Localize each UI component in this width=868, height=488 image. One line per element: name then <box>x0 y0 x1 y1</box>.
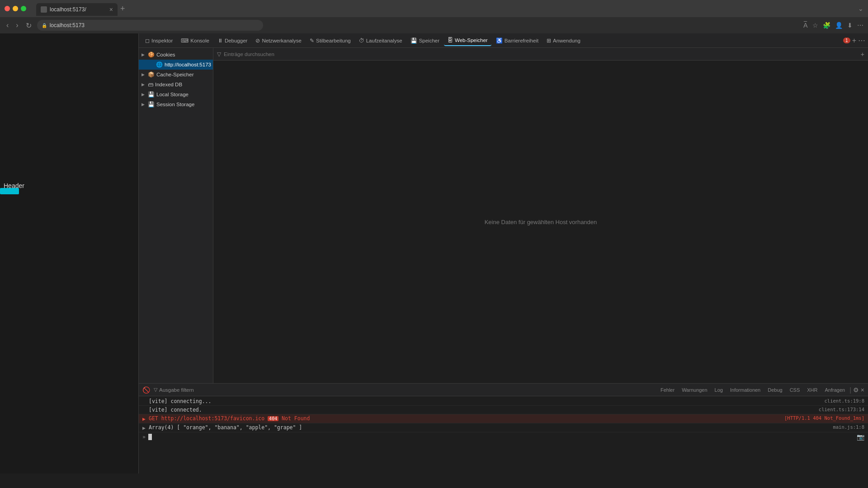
search-input[interactable] <box>224 52 858 57</box>
indexed-icon: 🗃 <box>148 81 153 88</box>
storage-search-bar: ▽ + <box>213 48 868 61</box>
search-icon: ▽ <box>217 51 221 57</box>
extensions-icon[interactable]: 🧩 <box>823 22 830 29</box>
forward-button[interactable]: › <box>14 20 20 30</box>
console-content: [vite] connecting... client.ts:19:8 [vit… <box>139 396 868 474</box>
console-screenshot-button[interactable]: 📷 <box>857 433 864 441</box>
minimize-button[interactable] <box>13 6 18 11</box>
console-level-fehler[interactable]: Fehler <box>658 386 677 394</box>
tab-debugger[interactable]: ⏸ Debugger <box>214 36 251 46</box>
browser-chrome: localhost:5173/ × + ⌄ ‹ › ↻ 🔒 localhost:… <box>0 0 868 33</box>
console-prompt: » <box>142 434 146 440</box>
browser-tab[interactable]: localhost:5173/ × <box>36 3 118 16</box>
console-level-xhr[interactable]: XHR <box>804 386 820 394</box>
storage-empty-message: Keine Daten für gewählten Host vorhanden <box>213 61 868 383</box>
line3-text: GET http://localhost:5173/favicon.ico 40… <box>149 415 781 422</box>
line2-text: [vite] connected. <box>149 407 815 413</box>
download-icon[interactable]: ⬇ <box>847 22 853 29</box>
console-level-informationen[interactable]: Informationen <box>727 386 763 394</box>
console-close-button[interactable]: × <box>861 386 864 394</box>
laufzeit-icon: ⏱ <box>359 38 364 44</box>
http-404-badge: 404 <box>268 416 278 421</box>
back-button[interactable]: ‹ <box>5 20 10 30</box>
stil-icon: ✎ <box>310 38 314 44</box>
tab-anwendung[interactable]: ⊞ Anwendung <box>543 36 584 46</box>
console-line-1: [vite] connecting... client.ts:19:8 <box>139 397 868 406</box>
sidebar-item-http-localhost[interactable]: 🌐 http://localhost:5173 <box>139 60 213 70</box>
local-label: Local Storage <box>156 92 189 97</box>
console-cursor <box>148 434 152 440</box>
browser-actions: A̅ ☆ 🧩 👤 ⬇ ⋯ <box>803 22 863 29</box>
sidebar-item-cache[interactable]: ▶ 📦 Cache-Speicher <box>139 70 213 80</box>
tab-inspektor[interactable]: ◻ Inspektor <box>142 36 176 46</box>
page-header-bar <box>0 188 19 194</box>
translate-icon[interactable]: A̅ <box>803 22 808 29</box>
tab-konsole[interactable]: ⌨ Konsole <box>177 36 213 46</box>
inspektor-label: Inspektor <box>151 38 173 43</box>
tab-web-speicher[interactable]: 🗄 Web-Speicher <box>444 35 491 46</box>
console-input-line[interactable]: » 📷 <box>139 432 868 441</box>
tab-close-button[interactable]: × <box>109 6 113 13</box>
cache-arrow: ▶ <box>142 72 146 77</box>
devtools-body: ▶ 🍪 Cookies 🌐 http://localhost:5173 ▶ 📦 <box>139 48 868 474</box>
filter-icon: ▽ <box>154 387 157 393</box>
session-icon: 💾 <box>148 101 155 108</box>
sidebar-item-session-storage[interactable]: ▶ 💾 Session Storage <box>139 99 213 109</box>
tab-stilbearbeitung[interactable]: ✎ Stilbearbeitung <box>306 36 354 46</box>
console-filter-button[interactable]: ▽ Ausgabe filtern <box>154 387 194 393</box>
anwendung-label: Anwendung <box>553 38 580 43</box>
console-level-warnungen[interactable]: Warnungen <box>679 386 710 394</box>
window-collapse-icon: ⌄ <box>858 5 863 12</box>
line3-arrow: ▶ <box>142 415 149 422</box>
tab-speicher[interactable]: 💾 Speicher <box>407 36 443 46</box>
console-clear-button[interactable]: 🚫 <box>142 386 150 394</box>
debugger-label: Debugger <box>225 38 248 43</box>
filter-label: Ausgabe filtern <box>159 387 194 393</box>
close-button[interactable] <box>5 6 10 11</box>
sidebar-item-cookies[interactable]: ▶ 🍪 Cookies <box>139 50 213 60</box>
line1-text: [vite] connecting... <box>149 398 821 404</box>
refresh-button[interactable]: ↻ <box>24 20 33 31</box>
cache-label: Cache-Speicher <box>156 72 193 77</box>
line2-source: client.ts:173:14 <box>819 407 864 412</box>
line4-arrow: ▶ <box>142 424 149 431</box>
traffic-lights <box>5 6 26 11</box>
barrierefreiheit-icon: ♿ <box>496 38 503 44</box>
new-tab-button[interactable]: + <box>118 4 128 14</box>
profile-icon[interactable]: 👤 <box>835 22 843 29</box>
line3-source: [HTTP/1.1 404 Not_Found_1ms] <box>784 415 864 421</box>
anwendung-icon: ⊞ <box>547 38 551 44</box>
console-level-anfragen[interactable]: Anfragen <box>822 386 848 394</box>
indexed-label: Indexed DB <box>155 82 182 87</box>
url-bar[interactable]: 🔒 localhost:5173 <box>37 20 263 31</box>
console-separator: | <box>849 386 851 394</box>
tab-barrierefreiheit[interactable]: ♿ Barrierefreiheit <box>492 36 542 46</box>
console-level-log[interactable]: Log <box>712 386 726 394</box>
storage-add-btn[interactable]: + <box>861 51 864 58</box>
storage-panel: ▶ 🍪 Cookies 🌐 http://localhost:5173 ▶ 📦 <box>139 48 868 383</box>
toolbar-add-btn[interactable]: + <box>852 37 856 45</box>
console-line-4: ▶ Array(4) [ "orange", "banana", "apple"… <box>139 423 868 432</box>
devtools-toolbar: ◻ Inspektor ⌨ Konsole ⏸ Debugger ⊘ Netzw… <box>139 33 868 48</box>
tab-laufzeitanalyse[interactable]: ⏱ Laufzeitanalyse <box>355 36 406 46</box>
konsole-icon: ⌨ <box>181 38 189 44</box>
speicher-label: Speicher <box>419 38 439 43</box>
console-line-3: ▶ GET http://localhost:5173/favicon.ico … <box>139 414 868 423</box>
tab-netzwerkanalyse[interactable]: ⊘ Netzwerkanalyse <box>252 36 305 46</box>
localhost-label: http://localhost:5173 <box>165 62 211 67</box>
netzwerk-icon: ⊘ <box>255 38 260 44</box>
devtools-panel: ◻ Inspektor ⌨ Konsole ⏸ Debugger ⊘ Netzw… <box>138 33 868 474</box>
sidebar-item-local-storage[interactable]: ▶ 💾 Local Storage <box>139 89 213 99</box>
menu-icon[interactable]: ⋯ <box>857 22 863 29</box>
sidebar-item-indexed-db[interactable]: ▶ 🗃 Indexed DB <box>139 80 213 89</box>
web-speicher-label: Web-Speicher <box>455 38 488 43</box>
maximize-button[interactable] <box>21 6 26 11</box>
toolbar-more-btn[interactable]: ⋯ <box>858 36 865 45</box>
debugger-icon: ⏸ <box>217 38 223 44</box>
local-arrow: ▶ <box>142 92 146 97</box>
console-level-css[interactable]: CSS <box>787 386 803 394</box>
console-settings-button[interactable]: ⚙ <box>853 386 859 394</box>
bookmark-icon[interactable]: ☆ <box>812 22 818 29</box>
speicher-icon: 💾 <box>410 38 417 44</box>
console-level-debug[interactable]: Debug <box>765 386 785 394</box>
